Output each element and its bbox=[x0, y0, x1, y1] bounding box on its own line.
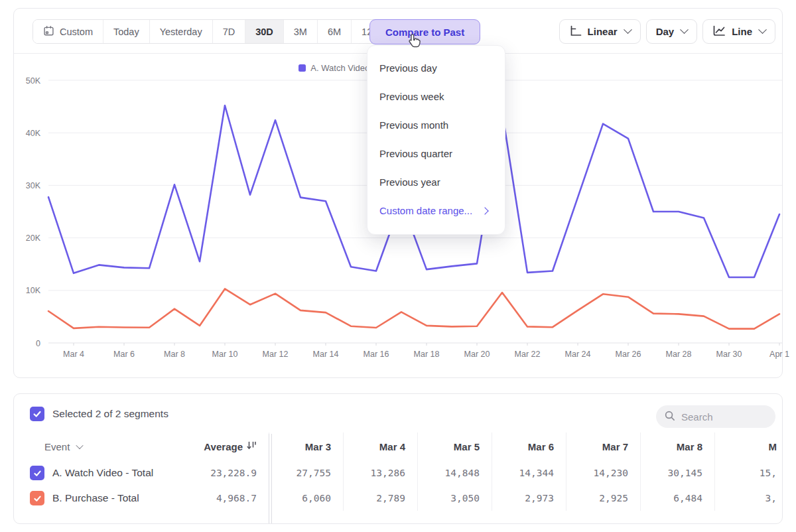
cell-value: 6,060 bbox=[302, 493, 331, 503]
row-event-cell: A. Watch Video - Total bbox=[14, 460, 172, 486]
column-header-date[interactable]: Mar 8 bbox=[640, 432, 714, 460]
search-icon bbox=[664, 410, 675, 424]
range-option-3m[interactable]: 3M bbox=[284, 20, 318, 43]
range-option-label: 6M bbox=[328, 27, 341, 37]
svg-text:Apr 1: Apr 1 bbox=[769, 350, 789, 359]
column-header-date[interactable]: Mar 3 bbox=[269, 432, 343, 460]
menu-item-previous-month[interactable]: Previous month bbox=[367, 111, 505, 139]
frozen-column-divider bbox=[269, 434, 272, 524]
menu-item-label: Previous quarter bbox=[379, 148, 452, 159]
compare-to-past-button[interactable]: Compare to Past bbox=[369, 19, 480, 44]
granularity-label: Day bbox=[656, 26, 675, 37]
svg-text:Mar 18: Mar 18 bbox=[414, 350, 440, 359]
value-cell: 14,230 bbox=[566, 460, 640, 486]
cell-value: 3,050 bbox=[450, 493, 480, 503]
menu-item-label: Previous week bbox=[379, 91, 444, 102]
series-line[interactable] bbox=[48, 289, 779, 328]
value-cell: 27,755 bbox=[269, 460, 343, 486]
segment-label: B. Purchase - Total bbox=[52, 492, 139, 504]
menu-item-label: Previous month bbox=[379, 119, 448, 131]
svg-text:Mar 12: Mar 12 bbox=[263, 350, 289, 359]
search-box[interactable] bbox=[656, 405, 775, 428]
chevron-down-icon bbox=[758, 25, 767, 34]
value-cell: 14,344 bbox=[492, 460, 566, 486]
chart-type-select-button[interactable]: Line bbox=[702, 19, 775, 44]
sort-descending-icon bbox=[247, 440, 257, 452]
menu-item-label: Custom date range... bbox=[379, 205, 472, 216]
svg-text:Mar 10: Mar 10 bbox=[212, 350, 238, 359]
svg-text:Mar 6: Mar 6 bbox=[113, 350, 135, 359]
linear-axis-icon bbox=[569, 25, 582, 38]
column-header-label: Mar 6 bbox=[528, 441, 554, 452]
column-header-average[interactable]: Average bbox=[172, 432, 269, 460]
cell-value: 2,973 bbox=[525, 493, 554, 503]
value-cell: 6,484 bbox=[640, 486, 714, 511]
scale-select-button[interactable]: Linear bbox=[559, 19, 641, 44]
svg-text:40K: 40K bbox=[26, 129, 41, 138]
mouse-pointer-icon bbox=[407, 33, 423, 53]
value-cell: 2,925 bbox=[566, 486, 640, 511]
column-header-date[interactable]: Mar 4 bbox=[343, 432, 417, 460]
value-cell: 2,789 bbox=[343, 486, 417, 511]
legend-swatch bbox=[298, 64, 306, 72]
menu-item-label: Previous day bbox=[379, 62, 437, 74]
average-value: 23,228.9 bbox=[210, 468, 257, 478]
range-option-30d[interactable]: 30D bbox=[245, 20, 284, 43]
segment-checkbox[interactable] bbox=[30, 491, 44, 505]
menu-item-previous-week[interactable]: Previous week bbox=[367, 82, 505, 111]
svg-text:Mar 16: Mar 16 bbox=[364, 350, 389, 359]
range-option-label: Today bbox=[113, 27, 139, 37]
svg-text:Mar 8: Mar 8 bbox=[164, 350, 185, 359]
select-all-checkbox[interactable] bbox=[30, 407, 44, 421]
column-header-event[interactable]: Event bbox=[14, 432, 172, 460]
row-event-cell: B. Purchase - Total bbox=[14, 486, 172, 511]
range-option-today[interactable]: Today bbox=[103, 20, 150, 43]
chevron-down-icon bbox=[76, 442, 84, 449]
table-header-row: EventAverageMar 3Mar 4Mar 5Mar 6Mar 7Mar… bbox=[14, 432, 783, 460]
compare-to-past-menu: Previous dayPrevious weekPrevious monthP… bbox=[367, 45, 505, 235]
range-option-custom[interactable]: Custom bbox=[33, 20, 103, 43]
range-option-6m[interactable]: 6M bbox=[318, 20, 352, 43]
chevron-down-icon bbox=[624, 25, 632, 34]
svg-text:50K: 50K bbox=[26, 76, 41, 86]
table-row: A. Watch Video - Total23,228.927,75513,2… bbox=[14, 460, 783, 486]
menu-item-previous-day[interactable]: Previous day bbox=[367, 54, 505, 82]
range-option-label: 7D bbox=[223, 27, 235, 37]
menu-item-previous-quarter[interactable]: Previous quarter bbox=[367, 139, 505, 168]
svg-text:Mar 14: Mar 14 bbox=[313, 350, 339, 359]
column-header-label: Mar 7 bbox=[602, 441, 628, 452]
range-option-label: 30D bbox=[255, 27, 273, 37]
table-row: B. Purchase - Total4,968.76,0602,7893,05… bbox=[14, 486, 783, 511]
svg-text:Mar 22: Mar 22 bbox=[515, 350, 541, 359]
line-chart-icon bbox=[712, 25, 726, 38]
cell-value: 3, bbox=[765, 493, 777, 503]
column-header-date[interactable]: M bbox=[714, 432, 783, 460]
segment-checkbox[interactable] bbox=[30, 466, 44, 480]
search-input[interactable] bbox=[681, 411, 767, 423]
range-option-yesterday[interactable]: Yesterday bbox=[150, 20, 213, 43]
range-option-label: 3M bbox=[294, 27, 307, 37]
menu-item-previous-year[interactable]: Previous year bbox=[367, 168, 505, 196]
granularity-select-button[interactable]: Day bbox=[646, 19, 698, 44]
date-range-segmented-control: CustomTodayYesterday7D30D3M6M12M bbox=[33, 19, 391, 44]
menu-item-custom-date-range[interactable]: Custom date range... bbox=[367, 196, 505, 225]
range-option-7d[interactable]: 7D bbox=[213, 20, 246, 43]
average-cell: 4,968.7 bbox=[172, 486, 269, 511]
column-header-label: Mar 4 bbox=[379, 441, 405, 452]
svg-text:Mar 30: Mar 30 bbox=[716, 350, 742, 359]
average-cell: 23,228.9 bbox=[172, 460, 269, 486]
svg-text:Mar 20: Mar 20 bbox=[464, 350, 490, 359]
scale-label: Linear bbox=[588, 26, 618, 37]
column-header-label: Mar 5 bbox=[454, 441, 480, 452]
column-header-date[interactable]: Mar 5 bbox=[417, 432, 492, 460]
column-header-date[interactable]: Mar 6 bbox=[492, 432, 566, 460]
cell-value: 15, bbox=[760, 468, 777, 478]
cell-value: 27,755 bbox=[297, 468, 331, 478]
cell-value: 13,286 bbox=[371, 468, 405, 478]
svg-text:Mar 26: Mar 26 bbox=[616, 350, 641, 359]
cell-value: 30,145 bbox=[668, 468, 702, 478]
chart-type-label: Line bbox=[732, 26, 752, 37]
column-header-date[interactable]: Mar 7 bbox=[566, 432, 640, 460]
cell-value: 6,484 bbox=[673, 493, 702, 503]
chart-options-group: Linear Day Line bbox=[559, 19, 775, 44]
